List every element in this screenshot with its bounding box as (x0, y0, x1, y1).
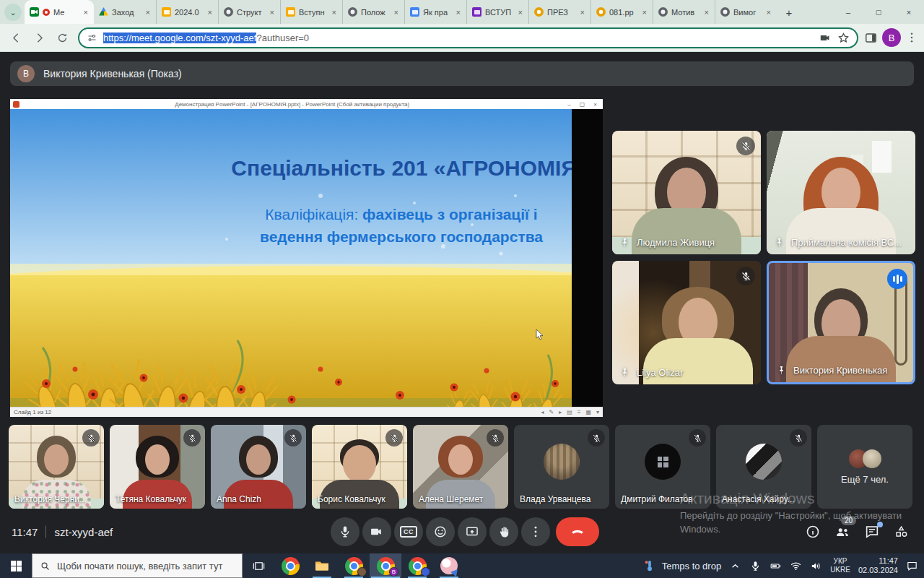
tab-close-icon[interactable]: × (766, 8, 772, 17)
previous-slide-icon[interactable]: ◂ (541, 409, 544, 415)
tab-close-icon[interactable]: × (83, 8, 89, 17)
tab-ppt-prez[interactable]: ПРЕЗ × (528, 0, 590, 24)
participant-tile[interactable]: Anna Chizh (211, 425, 306, 509)
site-permissions-icon[interactable] (87, 33, 97, 43)
captions-button[interactable]: CC (394, 517, 423, 546)
language-indicator[interactable]: УКР UKRE (830, 557, 850, 574)
activities-icon[interactable] (894, 524, 910, 540)
collapse-icon[interactable]: ▾ (596, 409, 599, 415)
chrome-profile1-icon[interactable] (338, 553, 370, 578)
action-center-icon[interactable] (906, 560, 918, 572)
participants-icon[interactable]: 20 (834, 524, 850, 540)
window-maximize-button[interactable]: ▢ (863, 0, 894, 24)
wifi-icon[interactable] (790, 560, 802, 572)
window-close-button[interactable]: × (894, 0, 924, 24)
task-view-button[interactable] (243, 553, 274, 578)
chrome-profile2-icon-active[interactable]: B (370, 553, 401, 578)
tab-title: Як пра (423, 8, 452, 17)
reactions-button[interactable] (426, 517, 455, 546)
tray-microphone-icon[interactable] (749, 560, 762, 572)
pen-tool-icon[interactable]: ✎ (549, 409, 554, 415)
volume-icon[interactable] (810, 560, 822, 572)
forward-button[interactable] (29, 27, 49, 48)
taskbar-search-input[interactable] (57, 561, 235, 571)
taskbar-search[interactable] (32, 553, 243, 578)
participant-tile[interactable]: Людмила Живиця (612, 131, 761, 254)
weather-widget[interactable]: Temps to drop (642, 558, 721, 573)
tab-site-struct[interactable]: Структ × (218, 0, 280, 24)
start-button[interactable] (0, 553, 32, 578)
film-view-icon[interactable]: ▦ (585, 409, 591, 415)
participant-tile-speaking[interactable]: Виктория Кривенькая (767, 261, 915, 384)
tab-drive[interactable]: Заход × (94, 0, 156, 24)
file-explorer-icon[interactable] (306, 553, 338, 578)
window-minimize-button[interactable]: – (833, 0, 863, 24)
tab-title: ВСТУП (485, 8, 514, 17)
side-panel-icon[interactable] (864, 31, 878, 45)
camera-button[interactable] (362, 517, 391, 546)
next-slide-icon[interactable]: ▸ (559, 409, 562, 415)
camera-in-use-icon[interactable] (819, 32, 832, 44)
tab-close-icon[interactable]: × (580, 8, 585, 17)
bookmark-star-icon[interactable] (837, 32, 850, 44)
ppt-close-button[interactable]: × (590, 101, 600, 108)
tab-slides-vstup[interactable]: Вступн × (280, 0, 342, 24)
tab-close-icon[interactable]: × (207, 8, 213, 17)
tab-ppt-081[interactable]: 081.pp × (590, 0, 653, 24)
participant-tile[interactable]: Дмитрий Филатов (615, 425, 710, 509)
grid-view-icon[interactable]: ▤ (567, 409, 572, 415)
taskbar-clock[interactable]: 11:47 02.03.2024 (858, 556, 898, 575)
mic-off-icon (736, 267, 755, 285)
chrome-app-icon[interactable] (274, 553, 306, 578)
tab-site-vymog[interactable]: Вимог × (715, 0, 777, 24)
chrome-profile3-icon[interactable] (401, 553, 433, 578)
participant-tile[interactable]: Приймальна комісія ВС... (767, 131, 915, 254)
back-button[interactable] (6, 27, 26, 48)
tab-purple[interactable]: ВСТУП × (466, 0, 528, 24)
participant-tile[interactable]: Алена Шеремет (413, 425, 508, 509)
participant-tile[interactable]: Lilya Olizar (612, 261, 761, 384)
participant-tile[interactable]: Влада Урванцева (514, 425, 609, 509)
more-participants-tile[interactable]: Ещё 7 чел. (817, 425, 912, 509)
hidden-icons-chevron[interactable] (729, 560, 741, 572)
reload-button[interactable] (52, 27, 72, 48)
meeting-details-icon[interactable] (805, 524, 821, 540)
tab-docs[interactable]: Як пра × (404, 0, 466, 24)
tab-close-icon[interactable]: × (518, 8, 523, 17)
participant-tile[interactable]: Анастасія Хайру... (716, 425, 811, 509)
leave-call-button[interactable] (556, 517, 599, 546)
chat-icon[interactable] (864, 524, 880, 540)
participant-tile[interactable]: Борис Ковальчук (312, 425, 407, 509)
address-bar[interactable]: https://meet.google.com/szt-xyyd-aef?aut… (78, 27, 858, 48)
microphone-button[interactable] (331, 517, 359, 546)
tab-close-icon[interactable]: × (145, 8, 151, 17)
tab-site-polozh[interactable]: Полож × (342, 0, 404, 24)
url-text[interactable]: https://meet.google.com/szt-xyyd-aef?aut… (103, 33, 814, 43)
tab-close-icon[interactable]: × (393, 8, 399, 17)
battery-icon[interactable] (770, 560, 782, 572)
tab-close-icon[interactable]: × (456, 8, 461, 17)
tab-close-icon[interactable]: × (269, 8, 275, 17)
tab-meet[interactable]: Ме × (25, 0, 94, 24)
more-options-button[interactable] (521, 517, 550, 546)
menu-icon[interactable]: ≡ (578, 409, 581, 415)
tab-slides-2024[interactable]: 2024.0 × (156, 0, 218, 24)
profile-avatar[interactable]: B (882, 28, 901, 47)
browser-menu-icon[interactable] (905, 31, 918, 44)
ppt-minimize-button[interactable]: – (565, 101, 573, 108)
tab-close-icon[interactable]: × (331, 8, 337, 17)
pinned-app-icon[interactable] (433, 553, 465, 578)
raise-hand-button[interactable] (489, 517, 518, 546)
powerpoint-titlebar[interactable]: Демонстрация PowerPoint - [АГРОНОМІЯ.ppt… (10, 99, 603, 109)
tab-close-icon[interactable]: × (704, 8, 710, 17)
present-screen-button[interactable] (458, 517, 487, 546)
ppt-maximize-button[interactable]: ▢ (577, 101, 588, 108)
tab-site-motiv[interactable]: Мотив × (653, 0, 715, 24)
participant-tile[interactable]: Тетяна Ковальчук (110, 425, 205, 509)
tab-close-icon[interactable]: × (642, 8, 648, 17)
system-tray: Temps to drop УКР UKRE 11:47 02.03.2024 (642, 553, 924, 578)
new-tab-button[interactable]: + (780, 3, 798, 22)
tab-list-chevron-icon[interactable]: ⌄ (4, 4, 22, 21)
participant-tile[interactable]: Виктория Черни... (9, 425, 104, 509)
participant-name: Приймальна комісія ВС... (791, 237, 902, 248)
